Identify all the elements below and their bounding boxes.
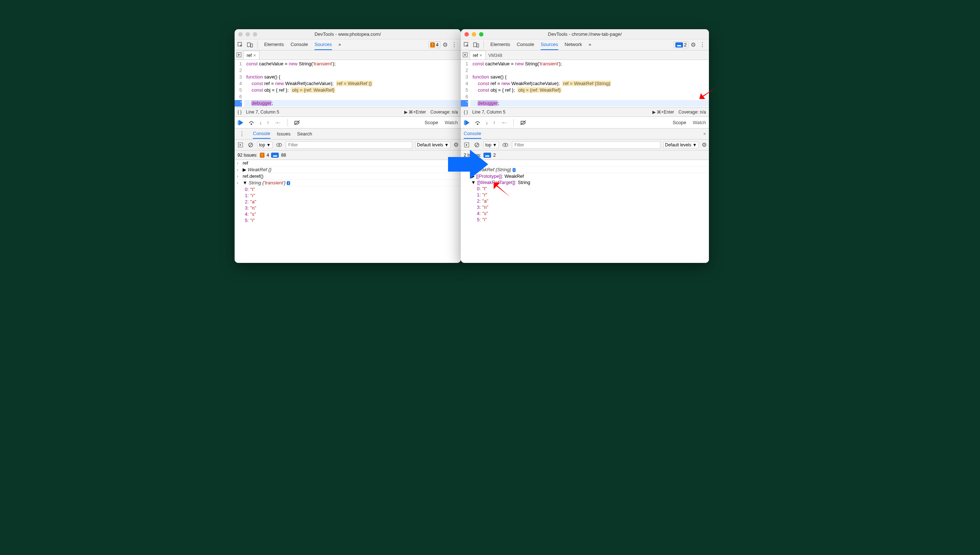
output-chevron-icon: ‹ <box>237 180 241 186</box>
drawer-tab-search[interactable]: Search <box>297 129 312 138</box>
object-value: "n" <box>250 205 256 211</box>
live-expr-icon[interactable] <box>275 141 283 149</box>
live-expr-icon[interactable] <box>502 141 509 149</box>
menu-icon[interactable]: ⋮ <box>698 41 707 48</box>
context-selector[interactable]: top ▼ <box>257 142 273 148</box>
levels-selector[interactable]: Default levels ▼ <box>415 142 451 148</box>
expand-arrow-icon[interactable]: ▶ <box>243 167 248 172</box>
issues-badge[interactable]: ▬2 <box>673 41 689 48</box>
console-settings-icon[interactable]: ⚙ <box>454 141 459 148</box>
tab-network[interactable]: Network <box>565 39 582 50</box>
issues-summary[interactable]: 2 Issues: ▬2 <box>461 151 709 160</box>
minimize-dot[interactable] <box>472 32 476 37</box>
context-selector[interactable]: top ▼ <box>483 142 499 148</box>
issues-summary[interactable]: 92 Issues: !4 ▬88 <box>235 151 461 160</box>
object-value: "i" <box>482 217 487 222</box>
file-tab-ref[interactable]: ref× <box>470 51 486 59</box>
deactivate-bp-icon[interactable] <box>520 120 526 125</box>
resume-icon[interactable] <box>464 120 470 126</box>
console-settings-icon[interactable]: ⚙ <box>702 141 707 148</box>
svg-point-4 <box>251 124 252 125</box>
close-icon[interactable]: × <box>253 53 256 58</box>
filter-input[interactable] <box>512 141 660 149</box>
settings-icon[interactable]: ⚙ <box>443 41 448 48</box>
tab-more[interactable]: » <box>588 39 591 50</box>
tab-elements[interactable]: Elements <box>264 39 284 50</box>
braces-icon[interactable]: { } <box>464 109 468 115</box>
clear-console-icon[interactable] <box>473 141 481 149</box>
inspect-icon[interactable] <box>463 41 470 48</box>
filter-input[interactable] <box>286 141 412 149</box>
code-editor[interactable]: 1234567 const cacheValue = new String('t… <box>235 60 461 107</box>
console-output[interactable]: ›ref ‹▶ WeakRef {} ›ref.deref() ‹▼ Strin… <box>235 160 461 263</box>
step-over-icon[interactable] <box>248 120 254 125</box>
step-over-icon[interactable] <box>475 120 481 125</box>
info-icon[interactable]: i <box>287 181 290 185</box>
coverage-status: Coverage: n/a <box>430 109 458 115</box>
tab-console[interactable]: Console <box>291 39 308 50</box>
menu-icon[interactable]: ⋮ <box>450 41 459 48</box>
info-icon: ▬ <box>675 42 683 48</box>
zoom-dot[interactable] <box>253 32 257 37</box>
levels-selector[interactable]: Default levels ▼ <box>663 142 699 148</box>
close-dot[interactable] <box>238 32 243 37</box>
issues-badge[interactable]: !4 <box>428 41 440 48</box>
tab-watch[interactable]: Watch <box>445 120 458 125</box>
object-key: 2: <box>477 198 481 204</box>
step-icon[interactable]: →· <box>274 120 281 125</box>
close-dot[interactable] <box>464 32 469 37</box>
drawer-close-icon[interactable]: × <box>703 131 706 136</box>
sidebar-toggle-icon[interactable] <box>463 141 470 149</box>
tab-more[interactable]: » <box>339 39 341 50</box>
snippet-run-icon[interactable] <box>461 50 470 59</box>
clear-console-icon[interactable] <box>247 141 254 149</box>
minimize-dot[interactable] <box>246 32 250 37</box>
sidebar-toggle-icon[interactable] <box>237 141 244 149</box>
deactivate-bp-icon[interactable] <box>294 120 300 125</box>
step-into-icon[interactable]: ↓ <box>486 120 488 125</box>
resume-icon[interactable] <box>238 120 243 126</box>
drawer-menu-icon[interactable]: ⋮ <box>238 130 246 137</box>
tab-elements[interactable]: Elements <box>490 39 510 50</box>
tab-console[interactable]: Console <box>516 39 534 50</box>
object-value: "t" <box>482 186 487 191</box>
inspect-icon[interactable] <box>237 41 244 48</box>
close-icon[interactable]: × <box>480 53 482 58</box>
object-value: "s" <box>250 212 256 217</box>
tab-sources[interactable]: Sources <box>541 39 558 50</box>
step-out-icon[interactable]: ↑ <box>493 120 496 125</box>
code-editor[interactable]: 1234567 const cacheValue = new String('t… <box>461 60 709 107</box>
tab-watch[interactable]: Watch <box>693 120 706 125</box>
step-icon[interactable]: →· <box>500 120 507 125</box>
drawer-tab-console[interactable]: Console <box>464 129 481 139</box>
file-tab-vm[interactable]: VM348 <box>486 51 505 59</box>
drawer-tab-issues[interactable]: Issues <box>277 129 291 138</box>
braces-icon[interactable]: { } <box>238 109 241 115</box>
settings-icon[interactable]: ⚙ <box>691 41 696 48</box>
zoom-dot[interactable] <box>479 32 483 37</box>
collapse-arrow-icon[interactable]: ▼ <box>243 180 248 186</box>
snippet-run-icon[interactable] <box>235 50 243 59</box>
collapse-arrow-icon[interactable]: ▼ <box>471 180 476 185</box>
info-icon[interactable]: i <box>513 168 516 172</box>
file-tab-ref[interactable]: ref× <box>243 51 259 59</box>
step-into-icon[interactable]: ↓ <box>259 120 262 125</box>
step-out-icon[interactable]: ↑ <box>267 120 270 125</box>
window-title: DevTools - www.photopea.com/ <box>315 31 381 37</box>
device-icon[interactable] <box>473 41 480 48</box>
tab-scope[interactable]: Scope <box>425 120 438 125</box>
code-lines: const cacheValue = new String('transient… <box>244 60 461 107</box>
code-lines: const cacheValue = new String('transient… <box>470 60 709 107</box>
inline-hint: obj = {ref: WeakRef} <box>291 87 335 93</box>
device-icon[interactable] <box>246 41 254 48</box>
tab-sources[interactable]: Sources <box>315 39 332 50</box>
drawer-tabs: Console × <box>461 128 709 140</box>
console-output[interactable]: ›ref ‹▼ WeakRef {String} i ▶ [[Prototype… <box>461 160 709 263</box>
inline-hint: ref = WeakRef {String} <box>562 81 611 86</box>
tab-scope[interactable]: Scope <box>673 120 686 125</box>
input-chevron-icon: › <box>237 160 241 166</box>
object-value: "t" <box>250 186 255 192</box>
drawer-tab-console[interactable]: Console <box>253 129 270 139</box>
object-key: 4: <box>245 212 249 217</box>
file-tabs: ref× VM348 <box>461 50 709 60</box>
